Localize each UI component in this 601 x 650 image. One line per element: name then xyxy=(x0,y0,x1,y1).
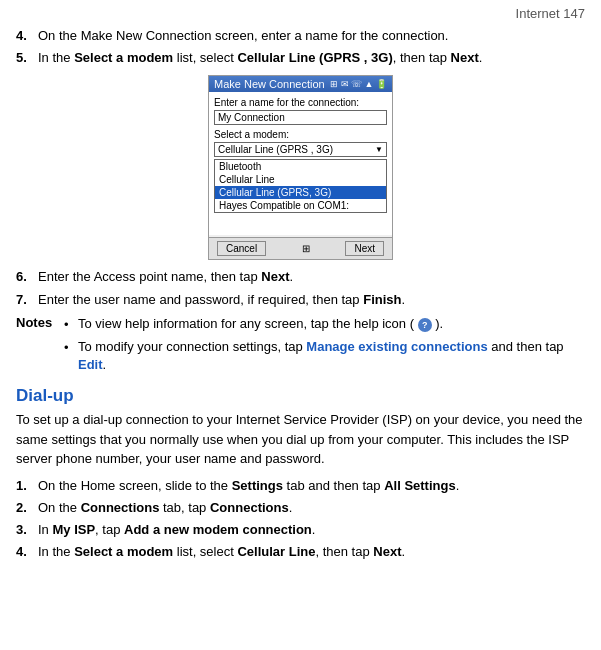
notes-items: • To view help information for any scree… xyxy=(64,315,585,379)
ss-cancel-button[interactable]: Cancel xyxy=(217,241,266,256)
step-7: 7. Enter the user name and password, if … xyxy=(16,291,585,309)
ss-dropdown-value: Cellular Line (GPRS , 3G) xyxy=(218,144,333,155)
step-4: 4. On the Make New Connection screen, en… xyxy=(16,27,585,45)
notes-text-2: To modify your connection settings, tap … xyxy=(78,338,585,374)
page-header: Internet 147 xyxy=(0,0,601,23)
notes-bullet-1: • xyxy=(64,316,78,334)
dialup-step-4-text: In the Select a modem list, select Cellu… xyxy=(38,543,585,561)
step-6-num: 6. xyxy=(16,268,38,286)
dialup-step-3: 3. In My ISP, tap Add a new modem connec… xyxy=(16,521,585,539)
ss-titlebar: Make New Connection ⊞ ✉ ☏ ▲ 🔋 xyxy=(209,76,392,92)
list-item-cellular[interactable]: Cellular Line xyxy=(215,173,386,186)
dialup-step-4-num: 4. xyxy=(16,543,38,561)
dialup-step-3-text: In My ISP, tap Add a new modem connectio… xyxy=(38,521,585,539)
list-item-bluetooth[interactable]: Bluetooth xyxy=(215,160,386,173)
notes-item-2: • To modify your connection settings, ta… xyxy=(64,338,585,374)
edit-link[interactable]: Edit xyxy=(78,357,103,372)
dialup-step-2-num: 2. xyxy=(16,499,38,517)
ss-body: Enter a name for the connection: My Conn… xyxy=(209,92,392,235)
dialup-step-2-text: On the Connections tab, tap Connections. xyxy=(38,499,585,517)
ss-title-icons: ⊞ ✉ ☏ ▲ 🔋 xyxy=(330,79,387,89)
notes-item-1: • To view help information for any scree… xyxy=(64,315,585,334)
dialup-step-4: 4. In the Select a modem list, select Ce… xyxy=(16,543,585,561)
dialup-step-1: 1. On the Home screen, slide to the Sett… xyxy=(16,477,585,495)
dialup-step-2: 2. On the Connections tab, tap Connectio… xyxy=(16,499,585,517)
dialup-step-3-num: 3. xyxy=(16,521,38,539)
chevron-down-icon: ▼ xyxy=(375,145,383,154)
notes-text-1: To view help information for any screen,… xyxy=(78,315,585,333)
notes-label: Notes xyxy=(16,315,64,379)
list-item-cellular-gprs[interactable]: Cellular Line (GPRS, 3G) xyxy=(215,186,386,199)
step-4-num: 4. xyxy=(16,27,38,45)
step-5-num: 5. xyxy=(16,49,38,67)
ss-label2: Select a modem: xyxy=(214,129,387,140)
dialup-heading: Dial-up xyxy=(16,386,585,406)
dialup-step-1-text: On the Home screen, slide to the Setting… xyxy=(38,477,585,495)
screenshot-box: Make New Connection ⊞ ✉ ☏ ▲ 🔋 Enter a na… xyxy=(208,75,393,260)
list-item-hayes[interactable]: Hayes Compatible on COM1: xyxy=(215,199,386,212)
ss-label1: Enter a name for the connection: xyxy=(214,97,387,108)
step-7-text: Enter the user name and password, if req… xyxy=(38,291,585,309)
notes-bullet-2: • xyxy=(64,339,78,357)
ss-spacer xyxy=(214,215,387,235)
dialup-body: To set up a dial-up connection to your I… xyxy=(16,410,585,469)
ss-list: Bluetooth Cellular Line Cellular Line (G… xyxy=(214,159,387,213)
ss-footer: Cancel ⊞ Next xyxy=(209,237,392,259)
step-6-text: Enter the Access point name, then tap Ne… xyxy=(38,268,585,286)
step-4-text: On the Make New Connection screen, enter… xyxy=(38,27,585,45)
step-7-num: 7. xyxy=(16,291,38,309)
ss-title: Make New Connection xyxy=(214,78,325,90)
ss-dropdown[interactable]: Cellular Line (GPRS , 3G) ▼ xyxy=(214,142,387,157)
step-6: 6. Enter the Access point name, then tap… xyxy=(16,268,585,286)
dialup-step-1-num: 1. xyxy=(16,477,38,495)
notes-section: Notes • To view help information for any… xyxy=(16,315,585,379)
step-5: 5. In the Select a modem list, select Ce… xyxy=(16,49,585,67)
step-5-text: In the Select a modem list, select Cellu… xyxy=(38,49,585,67)
screenshot-container: Make New Connection ⊞ ✉ ☏ ▲ 🔋 Enter a na… xyxy=(16,75,585,260)
ss-taskbar-icon: ⊞ xyxy=(302,243,310,254)
ss-next-button[interactable]: Next xyxy=(345,241,384,256)
manage-connections-link[interactable]: Manage existing connections xyxy=(306,339,487,354)
ss-input[interactable]: My Connection xyxy=(214,110,387,125)
help-icon: ? xyxy=(418,318,432,332)
